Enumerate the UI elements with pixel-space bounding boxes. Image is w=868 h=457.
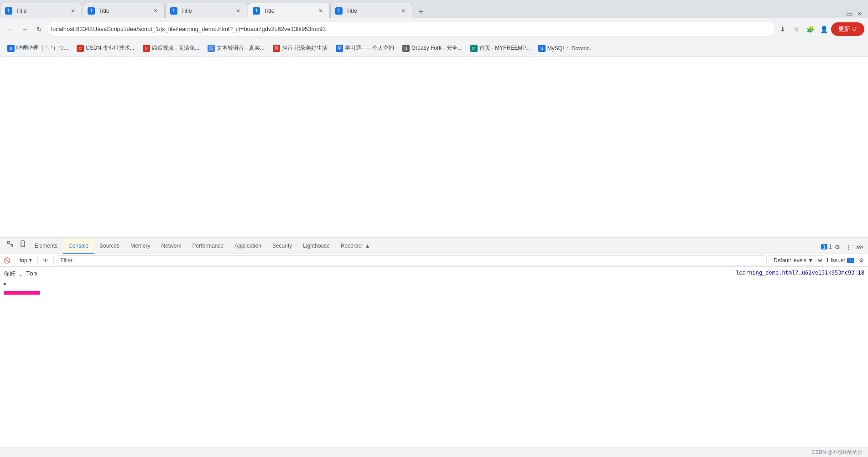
devtools-device-button[interactable] xyxy=(16,238,29,254)
devtools-tab-elements[interactable]: Elements xyxy=(29,239,63,254)
devtools-tab-network[interactable]: Network xyxy=(156,239,187,254)
svg-point-2 xyxy=(22,245,23,246)
bookmark-xigua[interactable]: X 西瓜视频 - 高清免... xyxy=(139,42,203,54)
devtools-issue-badge[interactable]: 1 1 xyxy=(821,242,832,252)
minimize-button[interactable]: ─ xyxy=(833,9,842,18)
devtools-tab-memory-label: Memory xyxy=(130,243,150,249)
forward-button[interactable]: → xyxy=(18,23,31,36)
devtools-console-toolbar: 🚫 top ▼ 👁 Default levels ▼ Verbose Info … xyxy=(0,254,868,267)
address-icons: ⬇ ☆ 🧩 👤 更新 ↺ xyxy=(776,22,864,36)
browser-tab-4[interactable]: T Title ✕ xyxy=(248,3,330,18)
status-bar: CSDN @不想睡醒的步 xyxy=(0,447,868,457)
console-highlight-line xyxy=(0,288,868,297)
console-expand-arrow[interactable]: ► xyxy=(4,280,9,287)
address-input[interactable]: localhost:63342/JavaScript/.idea/script_… xyxy=(47,22,774,36)
console-context-selector[interactable]: top ▼ xyxy=(18,256,35,265)
tab-title-3: Title xyxy=(181,7,232,14)
devtools-tab-sources-label: Sources xyxy=(99,243,120,249)
console-source-link-1[interactable]: learning_demo.html?…u62ve131k953mc93:18 xyxy=(736,270,864,276)
back-button[interactable]: ← xyxy=(4,23,16,36)
extensions-icon[interactable]: 🧩 xyxy=(804,23,816,36)
console-filter-input[interactable] xyxy=(57,255,767,265)
refresh-button[interactable]: ↻ xyxy=(33,23,46,36)
bookmark-label-bilibili: 哔哩哔哩（ °- °）つ... xyxy=(16,44,68,52)
browser-tab-2[interactable]: T Title ✕ xyxy=(83,3,165,18)
devtools-console-content: 你好 , Tom learning_demo.html?…u62ve131k95… xyxy=(0,267,868,447)
bookmark-mysql[interactable]: S MySQL :: Downlo... xyxy=(535,43,598,54)
console-eye-icon[interactable]: 👁 xyxy=(41,255,51,265)
profile-icon[interactable]: 👤 xyxy=(817,23,830,36)
devtools-tab-elements-label: Elements xyxy=(35,243,57,249)
bookmark-label-greasyfork: Greasy Fork - 安全... xyxy=(411,44,462,52)
bookmark-xuexitong[interactable]: 学 学习通——个人空间 xyxy=(332,42,398,54)
page-area xyxy=(0,57,868,237)
bookmark-favicon-douyin: 抖 xyxy=(273,45,280,52)
bookmark-favicon-xigua: X xyxy=(143,45,150,52)
tab-bar-left: T Title ✕ T Title ✕ T Title ✕ T Title ✕ xyxy=(0,3,830,18)
bookmark-favicon-tts: 文 xyxy=(208,45,215,52)
console-issue-indicator[interactable]: 1 Issue: 1 xyxy=(826,257,854,264)
console-levels-dropdown[interactable]: Default levels ▼ Verbose Info Warnings E… xyxy=(769,255,824,265)
svg-rect-0 xyxy=(7,241,10,244)
close-button[interactable]: ✕ xyxy=(855,9,864,18)
maximize-button[interactable]: ▭ xyxy=(844,9,853,18)
bookmark-label-douyin: 抖音-记录美好生活 xyxy=(282,44,327,52)
console-settings-icon[interactable]: ⚙ xyxy=(856,255,866,265)
update-button[interactable]: 更新 ↺ xyxy=(831,22,864,36)
devtools-inspect-button[interactable] xyxy=(4,238,16,254)
address-text: localhost:63342/JavaScript/.idea/script_… xyxy=(51,26,326,32)
bookmark-douyin[interactable]: 抖 抖音-记录美好生活 xyxy=(269,42,331,54)
devtools-tab-application-label: Application xyxy=(234,243,261,249)
console-clear-button[interactable]: 🚫 xyxy=(2,255,12,265)
devtools-tab-lighthouse[interactable]: Lighthouse xyxy=(297,239,335,254)
tab-close-1[interactable]: ✕ xyxy=(69,7,77,15)
tab-close-3[interactable]: ✕ xyxy=(234,7,242,15)
devtools-tab-memory[interactable]: Memory xyxy=(125,239,156,254)
devtools-tab-application[interactable]: Application xyxy=(229,239,267,254)
bookmark-favicon-greasyfork: G xyxy=(402,45,410,52)
devtools-tab-security[interactable]: Security xyxy=(267,239,297,254)
bookmark-greasyfork[interactable]: G Greasy Fork - 安全... xyxy=(399,42,466,54)
tab-close-4[interactable]: ✕ xyxy=(317,7,325,15)
devtools-undock-icon[interactable]: ⋙ xyxy=(854,242,864,252)
devtools-tab-recorder-label: Recorder ▲ xyxy=(341,243,370,249)
tab-title-5: Title xyxy=(346,7,397,14)
browser-frame: T Title ✕ T Title ✕ T Title ✕ T Title ✕ xyxy=(0,0,868,457)
devtools-tab-recorder[interactable]: Recorder ▲ xyxy=(335,239,376,254)
new-tab-button[interactable]: + xyxy=(415,5,427,18)
tab-close-5[interactable]: ✕ xyxy=(399,7,407,15)
issue-badge-count: 1 xyxy=(847,258,854,263)
bookmark-star-icon[interactable]: ☆ xyxy=(790,23,803,36)
bookmark-label-xigua: 西瓜视频 - 高清免... xyxy=(152,44,200,52)
devtools-more-icon[interactable]: ⋮ xyxy=(843,242,853,252)
bookmark-favicon-myfreemp: M xyxy=(470,45,478,52)
bookmark-label-csdn: CSDN-专业IT技术... xyxy=(86,44,135,52)
console-log-line-1: 你好 , Tom learning_demo.html?…u62ve131k95… xyxy=(0,269,868,279)
tab-bar: T Title ✕ T Title ✕ T Title ✕ T Title ✕ xyxy=(0,0,868,18)
devtools-tab-console-label: Console xyxy=(68,243,88,249)
devtools-settings-icon[interactable]: ⚙ xyxy=(832,242,842,252)
devtools-tab-performance[interactable]: Performance xyxy=(187,239,229,254)
browser-tab-3[interactable]: T Title ✕ xyxy=(165,3,247,18)
bookmark-favicon-bilibili: B xyxy=(7,45,15,52)
tab-title-4: Title xyxy=(264,7,315,14)
address-bar: ← → ↻ localhost:63342/JavaScript/.idea/s… xyxy=(0,18,868,40)
bookmark-tts[interactable]: 文 文本转语音 - 真实... xyxy=(204,42,268,54)
tab-close-2[interactable]: ✕ xyxy=(151,7,160,15)
bookmark-myfreemp[interactable]: M 首页 - MYFREEMP... xyxy=(467,42,534,54)
tab-favicon-3: T xyxy=(170,7,177,15)
bookmark-bilibili[interactable]: B 哔哩哔哩（ °- °）つ... xyxy=(4,42,72,54)
bookmark-label-tts: 文本转语音 - 真实... xyxy=(217,44,265,52)
browser-tab-5[interactable]: T Title ✕ xyxy=(330,3,412,18)
pink-highlight-decoration xyxy=(4,291,40,295)
tab-favicon-4: T xyxy=(253,7,260,15)
bookmark-label-xuexitong: 学习通——个人空间 xyxy=(345,44,394,52)
download-icon[interactable]: ⬇ xyxy=(776,23,789,36)
tab-favicon-2: T xyxy=(88,7,95,15)
console-log-text-1: 你好 , Tom xyxy=(4,270,736,278)
bookmark-csdn[interactable]: C CSDN-专业IT技术... xyxy=(73,42,138,54)
devtools-tab-sources[interactable]: Sources xyxy=(94,239,125,254)
browser-tab-1[interactable]: T Title ✕ xyxy=(0,3,82,18)
devtools-tab-console[interactable]: Console xyxy=(63,239,94,254)
issue-badge-label: 1 xyxy=(829,244,832,250)
